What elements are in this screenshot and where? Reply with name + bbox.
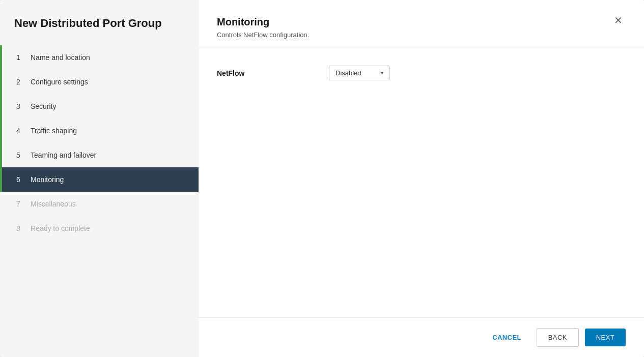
step-label-2: Configure settings (31, 78, 88, 86)
sidebar-step-8: 8Ready to complete (0, 216, 199, 241)
sidebar-step-7: 7Miscellaneous (0, 192, 199, 216)
step-number-2: 2 (16, 78, 24, 86)
next-button[interactable]: NEXT (585, 329, 626, 346)
close-button[interactable]: ✕ (611, 14, 626, 26)
step-number-4: 4 (16, 127, 24, 135)
sidebar-step-5[interactable]: 5Teaming and failover (0, 143, 199, 167)
step-number-5: 5 (16, 151, 24, 159)
step-label-3: Security (31, 102, 57, 110)
step-number-1: 1 (16, 53, 24, 62)
step-label-5: Teaming and failover (31, 151, 96, 159)
step-number-3: 3 (16, 102, 24, 110)
sidebar-step-3[interactable]: 3Security (0, 94, 199, 118)
netflow-value: Disabled (335, 69, 361, 77)
chevron-down-icon: ▾ (381, 70, 383, 76)
content-body: NetFlow Disabled ▾ (199, 47, 644, 317)
step-label-4: Traffic shaping (31, 127, 77, 135)
sidebar: New Distributed Port Group 1Name and loc… (0, 0, 199, 357)
main-panel: Monitoring Controls NetFlow configuratio… (199, 0, 644, 357)
panel-header: Monitoring Controls NetFlow configuratio… (199, 0, 644, 47)
dialog-title: New Distributed Port Group (0, 0, 199, 45)
step-label-6: Monitoring (31, 175, 64, 184)
dialog-footer: CANCEL BACK NEXT (199, 317, 644, 357)
back-button[interactable]: BACK (537, 328, 579, 347)
netflow-label: NetFlow (217, 69, 329, 77)
steps-list: 1Name and location2Configure settings3Se… (0, 45, 199, 357)
step-number-6: 6 (16, 175, 24, 184)
step-label-8: Ready to complete (31, 224, 90, 232)
panel-subtitle: Controls NetFlow configuration. (217, 31, 309, 39)
sidebar-step-2[interactable]: 2Configure settings (0, 70, 199, 94)
sidebar-step-1[interactable]: 1Name and location (0, 45, 199, 70)
cancel-button[interactable]: CANCEL (483, 329, 530, 346)
step-label-1: Name and location (31, 53, 90, 62)
sidebar-step-4[interactable]: 4Traffic shaping (0, 118, 199, 143)
dialog: New Distributed Port Group 1Name and loc… (0, 0, 644, 357)
step-number-8: 8 (16, 224, 24, 232)
netflow-field-row: NetFlow Disabled ▾ (217, 66, 626, 80)
netflow-dropdown[interactable]: Disabled ▾ (329, 66, 390, 80)
panel-title-area: Monitoring Controls NetFlow configuratio… (217, 16, 309, 39)
sidebar-step-6[interactable]: 6Monitoring (0, 167, 199, 192)
panel-title: Monitoring (217, 16, 309, 28)
step-label-7: Miscellaneous (31, 200, 76, 208)
step-number-7: 7 (16, 200, 24, 208)
